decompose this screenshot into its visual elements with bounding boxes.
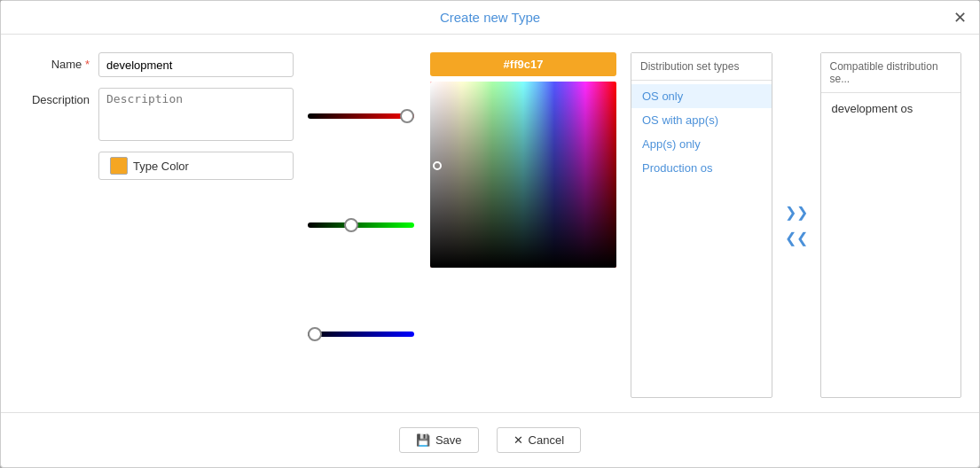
- color-swatch: [110, 157, 128, 175]
- transfer-right-button[interactable]: ❯❯: [780, 202, 813, 222]
- color-sliders-column: [308, 52, 423, 398]
- green-slider[interactable]: [308, 222, 414, 228]
- color-picker-area: #ff9c17: [308, 52, 616, 398]
- modal-header: Create new Type ✕: [1, 1, 979, 35]
- required-star: *: [85, 58, 90, 71]
- transfer-buttons: ❯❯ ❮❮: [776, 52, 817, 398]
- red-slider[interactable]: [308, 113, 414, 119]
- name-label: Name *: [19, 52, 90, 71]
- distribution-right-panel: Compatible distribution se... developmen…: [820, 52, 962, 398]
- left-form-panel: Name * Description Type Color: [19, 52, 294, 398]
- green-slider-row: [308, 222, 423, 228]
- gradient-picker-column: #ff9c17: [430, 52, 616, 398]
- cancel-label: Cancel: [529, 433, 564, 447]
- black-overlay: [430, 82, 616, 268]
- compat-item-development-os[interactable]: development os: [821, 97, 961, 121]
- type-color-button[interactable]: Type Color: [98, 152, 294, 180]
- type-color-label: Type Color: [133, 160, 189, 173]
- blue-slider[interactable]: [308, 332, 414, 337]
- modal-body: Name * Description Type Color: [1, 35, 979, 398]
- close-button[interactable]: ✕: [953, 10, 967, 26]
- distribution-left-header: Distribution set types: [631, 53, 772, 81]
- hex-display: #ff9c17: [430, 52, 616, 76]
- description-row: Description: [19, 88, 294, 141]
- cancel-icon: ✕: [514, 433, 523, 447]
- cancel-button[interactable]: ✕ Cancel: [497, 427, 581, 453]
- distribution-right-body: development os: [821, 93, 961, 397]
- dist-item-os-only[interactable]: OS only: [631, 84, 772, 108]
- modal-overlay: Create new Type ✕ Name * Description: [0, 0, 980, 468]
- blue-slider-row: [308, 332, 423, 337]
- name-row: Name *: [19, 52, 294, 77]
- save-button[interactable]: 💾 Save: [399, 427, 479, 453]
- distribution-left-panel: Distribution set types OS only OS with a…: [631, 52, 772, 398]
- red-slider-row: [308, 113, 423, 119]
- modal-footer: 💾 Save ✕ Cancel: [1, 412, 979, 467]
- color-gradient-canvas[interactable]: [430, 82, 616, 268]
- description-label: Description: [19, 88, 90, 106]
- dist-item-apps-only[interactable]: App(s) only: [631, 132, 772, 156]
- transfer-left-button[interactable]: ❮❮: [780, 228, 813, 248]
- distribution-panels: Distribution set types OS only OS with a…: [631, 52, 961, 398]
- description-textarea[interactable]: [98, 88, 294, 141]
- name-input[interactable]: [98, 52, 294, 77]
- dist-item-production-os[interactable]: Production os: [631, 156, 772, 180]
- distribution-right-header: Compatible distribution se...: [821, 53, 961, 93]
- modal-title: Create new Type: [440, 10, 540, 25]
- dist-item-os-with-apps[interactable]: OS with app(s): [631, 108, 772, 132]
- modal-dialog: Create new Type ✕ Name * Description: [0, 0, 980, 468]
- save-label: Save: [435, 433, 462, 447]
- distribution-left-body: OS only OS with app(s) App(s) only Produ…: [631, 81, 772, 397]
- save-icon: 💾: [416, 433, 430, 447]
